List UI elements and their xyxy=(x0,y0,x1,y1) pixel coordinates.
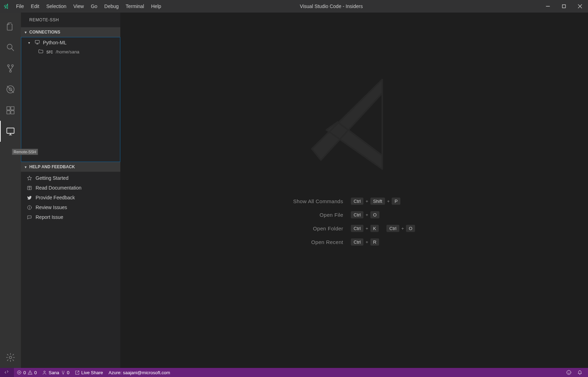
tree-folder-row[interactable]: src /home/sana xyxy=(21,47,120,56)
svg-rect-8 xyxy=(11,107,14,110)
shortcut-open-folder-keys: Ctrl + K Ctrl + O xyxy=(351,225,415,232)
editor-area: Show All Commands Ctrl + Shift + P Open … xyxy=(120,13,588,368)
help-item-label: Report Issue xyxy=(36,214,63,220)
menu-view[interactable]: View xyxy=(70,0,87,13)
tree-folder-path: /home/sana xyxy=(56,49,80,54)
key-ctrl: Ctrl xyxy=(351,225,363,232)
help-read-docs[interactable]: Read Documentation xyxy=(21,183,120,193)
svg-point-17 xyxy=(44,371,45,372)
plus-icon: + xyxy=(365,199,368,204)
tooltip-remote-ssh: Remote-SSH xyxy=(12,149,38,155)
chevron-down-icon xyxy=(24,30,27,35)
key-ctrl: Ctrl xyxy=(351,238,363,246)
plus-icon: + xyxy=(401,226,404,231)
status-feedback-smiley[interactable] xyxy=(563,368,574,377)
tree-host-row[interactable]: ▾ Python-ML xyxy=(21,38,120,47)
shortcut-open-file-label: Open File xyxy=(293,212,344,218)
help-report-issue[interactable]: Report Issue xyxy=(21,212,120,222)
menu-go[interactable]: Go xyxy=(87,0,101,13)
activity-remote-ssh[interactable] xyxy=(0,121,21,142)
status-account[interactable]: Sana 0 xyxy=(39,368,72,377)
key-ctrl: Ctrl xyxy=(351,198,363,205)
key-k: K xyxy=(370,225,379,232)
window-title: Visual Studio Code - Insiders xyxy=(123,3,540,9)
key-r: R xyxy=(370,238,379,246)
plus-icon: + xyxy=(365,239,368,245)
twitter-icon xyxy=(27,195,32,200)
activity-bar: Remote-SSH xyxy=(0,13,21,368)
plus-icon: + xyxy=(365,212,368,217)
help-feedback[interactable]: Provide Feedback xyxy=(21,193,120,202)
status-live-share[interactable]: Live Share xyxy=(72,368,106,377)
svg-point-12 xyxy=(9,356,12,359)
activity-settings[interactable] xyxy=(0,347,21,368)
menu-debug[interactable]: Debug xyxy=(101,0,122,13)
key-ctrl: Ctrl xyxy=(351,211,363,219)
svg-point-2 xyxy=(8,65,9,66)
key-shift: Shift xyxy=(370,198,385,205)
svg-rect-9 xyxy=(7,111,10,114)
connections-tree[interactable]: ▾ Python-ML src /home/sana xyxy=(21,37,120,162)
help-getting-started[interactable]: Getting Started xyxy=(21,173,120,183)
window-controls xyxy=(540,0,588,13)
help-item-label: Provide Feedback xyxy=(36,195,75,200)
shortcut-show-commands-label: Show All Commands xyxy=(293,198,344,204)
plus-icon: + xyxy=(365,226,368,231)
svg-point-3 xyxy=(12,65,13,66)
folder-icon xyxy=(38,49,44,55)
shortcut-open-file-keys: Ctrl + O xyxy=(351,211,415,219)
shortcut-open-recent-keys: Ctrl + R xyxy=(351,238,415,246)
shortcut-open-folder-label: Open Folder xyxy=(293,226,344,231)
help-list: Getting Started Read Documentation Provi… xyxy=(21,172,120,223)
plus-icon: + xyxy=(387,199,390,204)
activity-explorer[interactable] xyxy=(0,16,21,37)
chevron-down-icon xyxy=(24,164,27,169)
activity-source-control[interactable] xyxy=(0,58,21,79)
status-problems[interactable]: 0 0 xyxy=(14,368,39,377)
shortcut-open-recent-label: Open Recent xyxy=(293,239,344,245)
welcome-shortcuts: Show All Commands Ctrl + Shift + P Open … xyxy=(293,198,415,246)
window-close-button[interactable] xyxy=(572,0,588,13)
svg-rect-7 xyxy=(7,107,10,110)
section-help-header[interactable]: HELP AND FEEDBACK xyxy=(21,162,120,172)
menu-file[interactable]: File xyxy=(13,0,28,13)
window-minimize-button[interactable] xyxy=(540,0,556,13)
chevron-down-icon: ▾ xyxy=(28,41,32,45)
svg-rect-0 xyxy=(563,5,566,8)
status-remote-indicator[interactable] xyxy=(0,368,14,377)
menu-edit[interactable]: Edit xyxy=(28,0,43,13)
book-icon xyxy=(27,185,32,191)
status-user-name: Sana xyxy=(48,370,59,375)
help-item-label: Review Issues xyxy=(36,205,67,210)
key-ctrl: Ctrl xyxy=(387,225,399,232)
sidebar: REMOTE-SSH CONNECTIONS ▾ Python-ML src /… xyxy=(21,13,120,368)
status-warnings-count: 0 xyxy=(34,370,37,375)
key-o: O xyxy=(370,211,379,219)
status-live-share-label: Live Share xyxy=(81,370,103,375)
window-maximize-button[interactable] xyxy=(556,0,572,13)
section-connections-header[interactable]: CONNECTIONS xyxy=(21,27,120,37)
svg-rect-11 xyxy=(7,128,14,133)
sidebar-title: REMOTE-SSH xyxy=(21,13,120,27)
status-azure-account[interactable]: Azure: saajani@microsoft.com xyxy=(106,368,173,377)
tree-folder-name: src xyxy=(46,49,53,54)
title-bar: File Edit Selection View Go Debug Termin… xyxy=(0,0,588,13)
tree-host-label: Python-ML xyxy=(43,40,67,45)
activity-debug[interactable] xyxy=(0,79,21,100)
key-p: P xyxy=(392,198,400,205)
menu-selection[interactable]: Selection xyxy=(43,0,70,13)
status-errors-count: 0 xyxy=(23,370,26,375)
help-review-issues[interactable]: Review Issues xyxy=(21,202,120,212)
info-icon xyxy=(27,205,32,210)
section-help-label: HELP AND FEEDBACK xyxy=(29,164,75,169)
activity-search[interactable] xyxy=(0,37,21,58)
activity-extensions[interactable] xyxy=(0,100,21,121)
status-notifications-bell[interactable] xyxy=(574,368,585,377)
svg-point-18 xyxy=(63,374,63,374)
shortcut-show-commands-keys: Ctrl + Shift + P xyxy=(351,198,415,205)
monitor-icon xyxy=(35,39,40,46)
help-item-label: Getting Started xyxy=(36,175,68,181)
svg-rect-10 xyxy=(11,111,14,114)
section-connections-label: CONNECTIONS xyxy=(29,30,60,35)
workbench: Remote-SSH REMOTE-SSH CONNECTIONS ▾ Pyth… xyxy=(0,13,588,368)
